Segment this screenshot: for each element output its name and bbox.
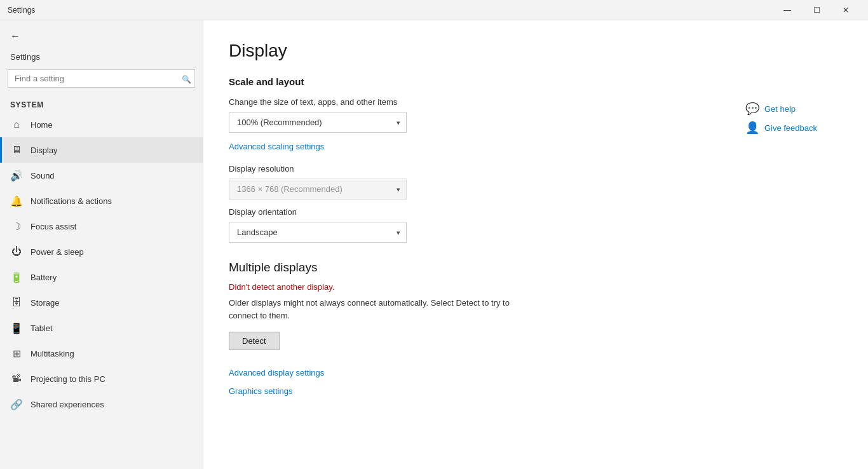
close-button[interactable]: ✕ — [831, 0, 860, 20]
sidebar-item-storage[interactable]: 🗄Storage — [0, 290, 203, 315]
sidebar-item-label-power: Power & sleep — [31, 247, 84, 257]
sidebar-item-label-tablet: Tablet — [31, 323, 53, 333]
sidebar-item-label-display: Display — [31, 146, 58, 155]
feedback-icon — [745, 121, 759, 135]
sidebar-item-display[interactable]: 🖥Display — [0, 137, 203, 163]
app-title: Settings — [8, 6, 773, 15]
display-icon: 🖥 — [10, 144, 23, 156]
window-controls: — ☐ ✕ — [773, 0, 860, 20]
tablet-icon: 📱 — [10, 322, 23, 334]
sidebar-item-sound[interactable]: 🔊Sound — [0, 163, 203, 188]
power-icon: ⏻ — [10, 245, 23, 258]
scale-select[interactable]: 100% (Recommended)125%150%175% — [229, 112, 407, 133]
sound-icon: 🔊 — [10, 169, 23, 182]
sidebar-item-label-multitasking: Multitasking — [31, 349, 74, 358]
help-icon — [745, 102, 759, 116]
battery-icon: 🔋 — [10, 271, 23, 283]
sidebar-item-label-shared: Shared experiences — [31, 400, 104, 409]
share-icon: 🔗 — [10, 398, 23, 411]
multi-icon: ⊞ — [10, 347, 23, 360]
info-text: Older displays might not always connect … — [229, 297, 521, 322]
sidebar-item-tablet[interactable]: 📱Tablet — [0, 315, 203, 341]
resolution-select-wrapper: 1366 × 768 (Recommended) ▾ — [229, 179, 407, 200]
back-button[interactable] — [0, 25, 203, 47]
get-help-item[interactable]: Get help — [745, 102, 817, 116]
sidebar-app-title: Settings — [0, 47, 203, 64]
sidebar-item-power[interactable]: ⏻Power & sleep — [0, 239, 203, 264]
sidebar-item-label-storage: Storage — [31, 298, 60, 308]
search-box — [8, 69, 195, 88]
get-help-label[interactable]: Get help — [764, 104, 796, 114]
scale-section-title: Scale and layout — [229, 76, 843, 87]
titlebar: Settings — ☐ ✕ — [0, 0, 868, 20]
sidebar-section-label: System — [0, 93, 203, 112]
sidebar-item-notifications[interactable]: 🔔Notifications & actions — [0, 188, 203, 214]
home-icon: ⌂ — [10, 118, 23, 131]
give-feedback-item[interactable]: Give feedback — [745, 121, 817, 135]
advanced-links: Advanced display settings Graphics setti… — [229, 368, 843, 409]
maximize-button[interactable]: ☐ — [802, 0, 831, 20]
project-icon: 📽 — [10, 372, 23, 385]
sidebar-item-battery[interactable]: 🔋Battery — [0, 264, 203, 290]
content-wrapper: Get help Give feedback Display Scale and… — [229, 41, 843, 409]
sidebar-item-label-notifications: Notifications & actions — [31, 196, 112, 206]
notif-icon: 🔔 — [10, 194, 23, 207]
help-panel: Get help Give feedback — [745, 102, 817, 135]
give-feedback-label[interactable]: Give feedback — [764, 123, 817, 133]
advanced-display-link[interactable]: Advanced display settings — [229, 368, 843, 377]
page-title: Display — [229, 41, 843, 61]
error-message: Didn't detect another display. — [229, 282, 843, 292]
back-icon — [10, 31, 20, 42]
resolution-label: Display resolution — [229, 164, 843, 173]
search-input[interactable] — [8, 69, 195, 88]
orientation-select-wrapper: LandscapePortraitLandscape (flipped)Port… — [229, 222, 407, 243]
app-body: Settings System ⌂Home🖥Display🔊Sound🔔Noti… — [0, 20, 868, 469]
multiple-displays-title: Multiple displays — [229, 261, 843, 275]
search-icon-button[interactable] — [182, 74, 191, 83]
advanced-scaling-link[interactable]: Advanced scaling settings — [229, 142, 324, 151]
sidebar-item-label-sound: Sound — [31, 171, 55, 180]
resolution-select[interactable]: 1366 × 768 (Recommended) — [229, 179, 407, 200]
search-icon — [182, 74, 191, 83]
content-area: Get help Give feedback Display Scale and… — [203, 20, 868, 469]
minimize-button[interactable]: — — [773, 0, 802, 20]
sidebar-items-list: ⌂Home🖥Display🔊Sound🔔Notifications & acti… — [0, 112, 203, 417]
sidebar-item-multitasking[interactable]: ⊞Multitasking — [0, 341, 203, 366]
sidebar-item-label-battery: Battery — [31, 273, 57, 282]
sidebar-item-label-home: Home — [31, 120, 53, 130]
graphics-link[interactable]: Graphics settings — [229, 386, 292, 396]
orientation-label: Display orientation — [229, 207, 843, 217]
sidebar-item-label-focus: Focus assist — [31, 222, 76, 231]
sidebar-item-label-projecting: Projecting to this PC — [31, 374, 105, 384]
orientation-select[interactable]: LandscapePortraitLandscape (flipped)Port… — [229, 222, 407, 243]
sidebar-item-projecting[interactable]: 📽Projecting to this PC — [0, 366, 203, 391]
sidebar-item-home[interactable]: ⌂Home — [0, 112, 203, 137]
multiple-displays-section: Multiple displays Didn't detect another … — [229, 261, 843, 363]
sidebar-item-focus[interactable]: ☽Focus assist — [0, 214, 203, 239]
storage-icon: 🗄 — [10, 296, 23, 309]
sidebar: Settings System ⌂Home🖥Display🔊Sound🔔Noti… — [0, 20, 203, 469]
sidebar-item-shared[interactable]: 🔗Shared experiences — [0, 391, 203, 417]
moon-icon: ☽ — [10, 220, 23, 233]
detect-button[interactable]: Detect — [229, 332, 280, 350]
scale-select-wrapper: 100% (Recommended)125%150%175% ▾ — [229, 112, 407, 133]
